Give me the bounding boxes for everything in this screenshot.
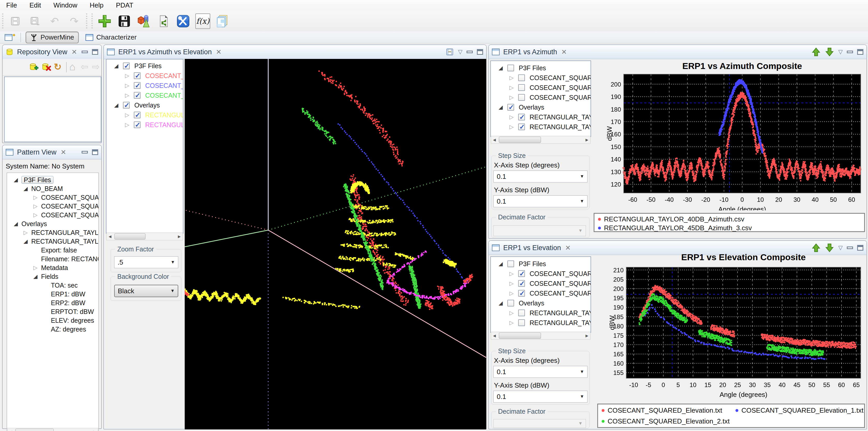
view-menu-icon[interactable]: ▽	[458, 49, 462, 55]
tree-item[interactable]: ▷COSECANT_SQUARED_Elevation_2.txt	[491, 94, 591, 102]
menu-pdat[interactable]: PDAT	[110, 0, 140, 10]
expander-icon[interactable]: ◢	[24, 186, 28, 191]
expander-icon[interactable]: ▷	[509, 271, 514, 276]
tree-item[interactable]: ERPTOT: dBW	[7, 308, 98, 316]
pattern-view-header[interactable]: Pattern View ✕	[3, 145, 101, 159]
checkbox[interactable]	[518, 84, 525, 91]
delete-database-button[interactable]	[41, 62, 51, 73]
checkbox[interactable]	[518, 319, 525, 326]
chevron-down-icon[interactable]: ▼	[168, 260, 178, 265]
close-icon[interactable]: ✕	[565, 244, 571, 252]
scrollbar-thumb[interactable]	[15, 429, 54, 431]
decimate-factor-combo[interactable]: ▼	[493, 225, 586, 236]
tree-item[interactable]: ▷COSECANT_SQUARED_Elevation.txt	[106, 72, 183, 81]
expander-icon[interactable]: ▷	[125, 93, 129, 98]
checkbox[interactable]	[507, 260, 514, 267]
checkbox[interactable]	[123, 63, 130, 69]
azimuth-chart[interactable]	[605, 72, 866, 210]
minimize-icon[interactable]	[847, 51, 853, 53]
expander-icon[interactable]: ◢	[24, 239, 28, 244]
menu-file[interactable]: File	[0, 0, 23, 10]
scroll-right-icon[interactable]: ▶	[584, 334, 590, 338]
tree-item[interactable]: ELEV: degrees	[7, 316, 98, 325]
expander-icon[interactable]: ▷	[125, 112, 129, 118]
home-icon[interactable]: ⌂	[69, 61, 75, 72]
close-icon[interactable]: ✕	[561, 48, 567, 56]
tree-item[interactable]: ▷COSECANT_SQUARED_Elevation_2.txt	[491, 289, 591, 298]
erp1-vs-azimuth-header[interactable]: ERP1 vs Azimuth ✕ ▽	[489, 45, 866, 59]
scroll-left-icon[interactable]: ◀	[491, 334, 498, 338]
tree-item[interactable]: Export: false	[7, 246, 98, 255]
checkbox[interactable]	[518, 124, 525, 130]
tree-item[interactable]: ◢P3F Files	[491, 260, 591, 269]
chevron-down-icon[interactable]: ▼	[577, 199, 587, 204]
checkbox[interactable]	[134, 82, 141, 89]
scroll-left-icon[interactable]: ◀	[107, 234, 114, 239]
minimize-icon[interactable]	[82, 51, 88, 53]
checkbox[interactable]	[134, 72, 141, 79]
preferences-button[interactable]	[176, 13, 191, 29]
expander-icon[interactable]: ▷	[125, 73, 129, 78]
maximize-icon[interactable]	[477, 49, 483, 55]
tree-item[interactable]: ▷COSECANT_SQUARED_Elevation_1.txt	[491, 280, 591, 288]
chevron-down-icon[interactable]: ▼	[577, 394, 587, 399]
tree-item[interactable]: ◢P3F Files	[491, 64, 591, 73]
expander-icon[interactable]: ▷	[509, 114, 514, 120]
tree-item[interactable]: ◢Overlays	[7, 220, 98, 229]
copy-pages-button[interactable]	[215, 13, 230, 29]
horizontal-scrollbar[interactable]: ◀ ▶	[7, 428, 98, 431]
checkbox[interactable]	[507, 65, 514, 71]
tree-item[interactable]: ▷Metadata	[7, 264, 98, 273]
scroll-left-icon[interactable]: ◀	[7, 430, 14, 431]
redo-button-disabled[interactable]: ↷	[67, 13, 82, 29]
expander-icon[interactable]: ◢	[499, 65, 503, 70]
move-up-icon[interactable]	[811, 47, 821, 57]
x-axis-step-combo[interactable]: 0.1▼	[493, 366, 587, 378]
maximize-icon[interactable]	[857, 245, 863, 251]
expander-icon[interactable]: ▷	[509, 75, 514, 80]
view-menu-icon[interactable]: ▽	[838, 245, 843, 251]
erp1-az-el-tree[interactable]: ◢P3F Files▷COSECANT_SQUARED_Elevation.tx…	[106, 59, 183, 234]
tree-item[interactable]: ▷RECTANGULAR_TAYLOR_40DB_Azimuth.csv	[7, 229, 98, 238]
refresh-icon[interactable]: ↻	[54, 61, 61, 72]
expander-icon[interactable]: ▷	[125, 83, 129, 88]
chevron-down-icon[interactable]: ▼	[167, 288, 178, 294]
x-axis-step-combo[interactable]: 0.1▼	[493, 171, 587, 182]
horizontal-scrollbar[interactable]: ◀ ▶	[491, 332, 591, 340]
erp1-az-el-header[interactable]: ERP1 vs Azimuth vs Elevation ✕ ▽	[104, 45, 486, 59]
scroll-left-icon[interactable]: ◀	[491, 138, 498, 142]
chevron-down-icon[interactable]: ▼	[577, 174, 587, 179]
3d-scatter-viewport[interactable]	[185, 59, 486, 429]
checkbox[interactable]	[134, 92, 141, 99]
checkbox[interactable]	[134, 112, 141, 118]
tree-item[interactable]: ▷COSECANT_SQUARED_Elevation_2.txt	[106, 91, 183, 100]
expander-icon[interactable]: ◢	[33, 274, 37, 279]
y-axis-step-combo[interactable]: 0.1▼	[493, 391, 587, 403]
tree-item[interactable]: ▷COSECANT_SQUARED_Elevation_2.txt	[7, 211, 98, 220]
expander-icon[interactable]: ▷	[509, 85, 514, 90]
tree-item[interactable]: ▷COSECANT_SQUARED_Elevation_1.txt	[7, 202, 98, 211]
add-button[interactable]	[97, 13, 112, 29]
zoom-factor-combo[interactable]: .5▼	[114, 256, 178, 268]
save-icon[interactable]	[445, 48, 454, 56]
expander-icon[interactable]: ◢	[114, 102, 118, 108]
expander-icon[interactable]: ▷	[33, 194, 37, 200]
tree-item[interactable]: ▷COSECANT_SQUARED_Elevation.txt	[7, 193, 98, 202]
scroll-right-icon[interactable]: ▶	[176, 234, 183, 239]
scrollbar-thumb[interactable]	[115, 233, 146, 240]
tree-item[interactable]: ◢Overlays	[491, 103, 591, 112]
expander-icon[interactable]: ▷	[509, 124, 514, 129]
view-menu-icon[interactable]: ▽	[838, 49, 843, 55]
minimize-icon[interactable]	[847, 247, 853, 249]
horizontal-scrollbar[interactable]: ◀ ▶	[106, 233, 183, 240]
tree-item[interactable]: ▷RECTANGULAR_TAYLOR_40DB_Azimuth.csv	[491, 113, 591, 122]
checkbox[interactable]	[123, 102, 130, 109]
tree-item[interactable]: ◢Overlays	[491, 299, 591, 308]
expander-icon[interactable]: ▷	[509, 95, 514, 100]
move-down-icon[interactable]	[825, 47, 834, 57]
expander-icon[interactable]: ◢	[114, 63, 118, 68]
undo-button-disabled[interactable]: ↶	[47, 13, 62, 29]
expander-icon[interactable]: ▷	[33, 265, 37, 270]
function-button[interactable]: f(x)	[195, 13, 210, 29]
background-color-combo[interactable]: Black▼	[114, 285, 178, 297]
